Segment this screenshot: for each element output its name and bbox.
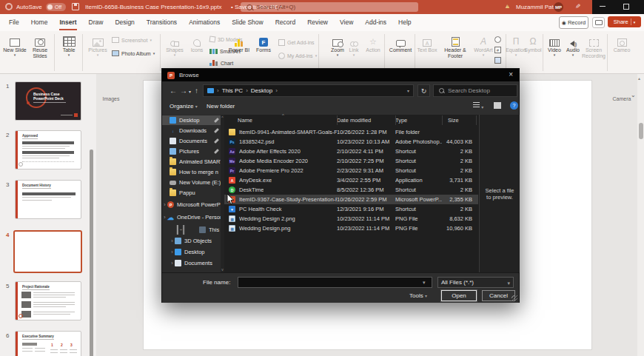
- record-button[interactable]: ◉Record: [559, 16, 588, 29]
- expander-icon[interactable]: ›: [162, 215, 167, 220]
- sidebar-item-onedrive[interactable]: › ☁ OneDrive - Person: [162, 212, 221, 222]
- slide-thumbnail-5[interactable]: Project Rationale: [15, 281, 81, 320]
- get-add-ins-button[interactable]: Get Add-ins: [278, 37, 315, 47]
- expander-icon[interactable]: ›: [170, 238, 175, 244]
- pictures-button[interactable]: Pictures▾: [86, 33, 110, 57]
- file-row[interactable]: MeAdobe Media Encoder 2020 2/10/2022 7:2…: [224, 156, 478, 166]
- sidebar-item-desktop[interactable]: Desktop: [162, 115, 221, 125]
- organize-menu[interactable]: Organize ▾: [170, 103, 198, 110]
- address-chevron-icon[interactable]: ▾: [407, 88, 409, 93]
- help-icon[interactable]: ?: [510, 101, 518, 110]
- header-footer-button[interactable]: Header & Footer: [439, 33, 472, 59]
- tab-animations[interactable]: Animations: [183, 14, 226, 31]
- tools-menu[interactable]: Tools ▾: [409, 292, 427, 299]
- my-add-ins-button[interactable]: My Add-ins▾: [278, 50, 317, 61]
- tab-review[interactable]: Review: [301, 14, 334, 31]
- restore-button[interactable]: [623, 4, 629, 10]
- new-slide-button[interactable]: New Slide▾: [3, 33, 27, 57]
- minimize-button[interactable]: [600, 6, 606, 7]
- column-size[interactable]: Size: [442, 117, 476, 124]
- tab-help[interactable]: Help: [392, 14, 417, 31]
- screen-recording-button[interactable]: Screen Recording: [582, 33, 606, 59]
- save-icon[interactable]: [72, 3, 79, 10]
- share-button[interactable]: Share▾: [608, 16, 641, 27]
- comments-button[interactable]: [592, 17, 605, 28]
- column-type[interactable]: Type: [395, 117, 442, 124]
- tab-home[interactable]: Home: [25, 14, 54, 31]
- collapse-ribbon-icon[interactable]: ⌄: [631, 92, 636, 98]
- slide-thumbnail-4[interactable]: [13, 230, 82, 273]
- sidebar-item-documents-2[interactable]: › Documents: [162, 258, 221, 268]
- close-icon[interactable]: ×: [509, 70, 513, 78]
- file-name-input[interactable]: [238, 277, 432, 288]
- back-icon[interactable]: ←: [170, 87, 177, 95]
- file-row-selected[interactable]: PItemID-9367-Case-Study-Presentation-P..…: [224, 195, 478, 204]
- expander-icon[interactable]: ›: [162, 202, 167, 207]
- canvas-scrollbar[interactable]: ▴: [637, 74, 644, 356]
- sidebar-item-3d-objects[interactable]: › 3D Objects: [162, 236, 221, 246]
- sidebar-item-powerpoint[interactable]: › P Microsoft PowerP: [162, 200, 221, 209]
- sidebar-item-downloads[interactable]: ↓ Downloads: [162, 126, 221, 135]
- slide-thumbnail-6[interactable]: Executive Summary 1 2 3: [15, 331, 81, 356]
- sidebar-item-drive[interactable]: New Volume (E:): [162, 178, 221, 187]
- resize-grip[interactable]: [511, 295, 517, 301]
- details-view-icon[interactable]: [494, 102, 501, 110]
- sidebar-item-folder[interactable]: Pappu: [162, 188, 221, 198]
- scrollbar-thumb[interactable]: [639, 123, 643, 139]
- tab-file[interactable]: File: [3, 14, 25, 31]
- tab-transitions[interactable]: Transitions: [141, 14, 183, 31]
- sidebar-item-this-pc[interactable]: › This PC: [162, 225, 221, 235]
- new-folder-button[interactable]: New folder: [207, 103, 235, 110]
- tab-view[interactable]: View: [334, 14, 359, 31]
- file-row[interactable]: PrAdobe Premiere Pro 2022 2/23/2022 9:31…: [224, 166, 478, 175]
- file-row[interactable]: AeAdobe After Effects 2020 2/10/2022 4:1…: [224, 147, 478, 156]
- file-row[interactable]: AAnyDesk.exe 3/4/2022 2:55 PMApplication…: [224, 175, 478, 185]
- forward-icon[interactable]: →: [180, 87, 187, 95]
- audio-button[interactable]: )) Audio▾: [565, 33, 581, 57]
- tab-design[interactable]: Design: [109, 14, 140, 31]
- slide-number-button[interactable]: #: [494, 44, 501, 55]
- forms-button[interactable]: F Forms: [252, 33, 275, 53]
- reuse-slides-button[interactable]: Reuse Slides: [28, 33, 52, 59]
- screenshot-button[interactable]: Screenshot▾: [112, 35, 152, 45]
- tab-insert[interactable]: Insert: [53, 14, 82, 31]
- power-bi-button[interactable]: Power BI: [228, 33, 250, 53]
- user-name[interactable]: Muzammil Patel: [516, 4, 558, 10]
- breadcrumb-desktop[interactable]: Desktop: [251, 87, 272, 94]
- object-button[interactable]: [494, 55, 501, 65]
- file-row[interactable]: ♥PC Health Check 12/3/2021 9:16 PMShortc…: [224, 204, 478, 214]
- column-date-modified[interactable]: Date modified: [337, 117, 395, 124]
- cameo-button[interactable]: Cameo: [610, 33, 634, 53]
- slides-panel-scrollbar[interactable]: [90, 150, 93, 356]
- search-box[interactable]: Search (Alt+Q): [241, 2, 418, 12]
- history-chevron-icon[interactable]: ▾: [189, 89, 191, 94]
- action-button[interactable]: ☆ Action: [363, 33, 383, 53]
- column-name[interactable]: Name: [224, 117, 337, 124]
- table-button[interactable]: Table▾: [58, 33, 80, 57]
- tab-draw[interactable]: Draw: [83, 14, 110, 31]
- link-button[interactable]: Link▾: [345, 33, 363, 57]
- cancel-button[interactable]: Cancel: [482, 290, 515, 301]
- expander-icon[interactable]: ›: [178, 225, 184, 235]
- sidebar-item-documents[interactable]: Documents: [162, 136, 221, 146]
- slide-thumbnail-1[interactable]: Business Case PowerPoint Deck: [15, 81, 81, 121]
- avatar[interactable]: MP: [554, 2, 563, 12]
- photo-album-button[interactable]: Photo Album▾: [112, 48, 155, 58]
- breadcrumb-this-pc[interactable]: This PC: [222, 87, 243, 94]
- wordart-button[interactable]: A WordArt▾: [473, 33, 494, 57]
- file-row[interactable]: Ps18385242.psd 10/23/2022 10:13 AMAdobe …: [224, 137, 478, 147]
- up-icon[interactable]: ↑: [195, 87, 198, 95]
- date-time-button[interactable]: [494, 34, 501, 44]
- open-button[interactable]: Open: [441, 290, 477, 301]
- view-options-icon[interactable]: ▾: [473, 102, 483, 110]
- autosave-toggle[interactable]: Off: [46, 3, 66, 11]
- icons-button[interactable]: Icons: [187, 33, 207, 53]
- text-box-button[interactable]: A Text Box: [417, 33, 437, 53]
- file-type-select[interactable]: All Files (*.*) ▾: [437, 277, 514, 288]
- slide-thumbnail-3[interactable]: Document History: [15, 180, 81, 219]
- comment-button[interactable]: Comment: [388, 33, 413, 53]
- file-row[interactable]: DDeskTime 8/5/2022 12:36 PMShortcut2 KB: [224, 185, 478, 195]
- file-row[interactable]: ▦Wedding Design.png 10/23/2022 11:14 PMP…: [224, 224, 478, 233]
- shapes-button[interactable]: Shapes▾: [164, 33, 186, 57]
- expander-icon[interactable]: ›: [170, 249, 175, 255]
